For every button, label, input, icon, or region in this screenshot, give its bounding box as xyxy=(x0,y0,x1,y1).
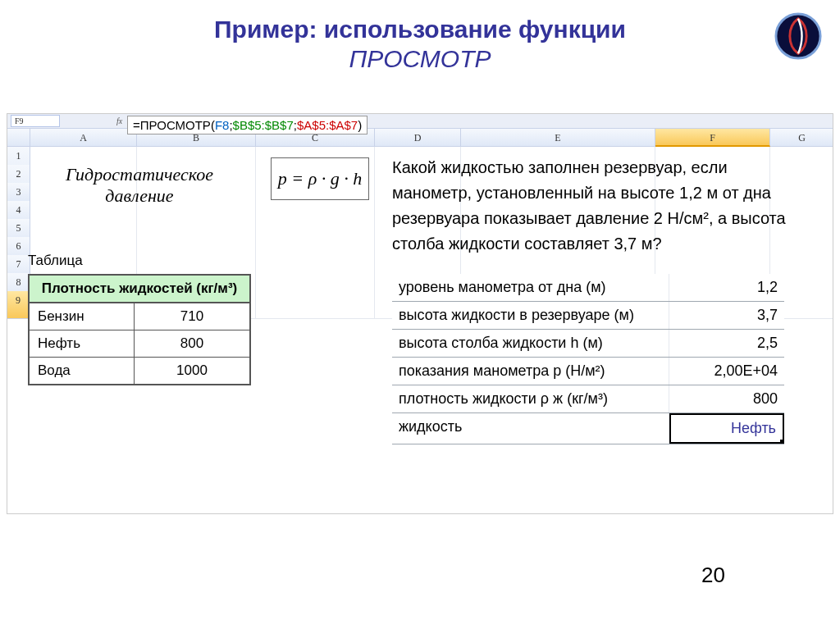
formula-annotation: =ПРОСМОТР(F8;$B$5:$B$7;$A$5:$A$7) xyxy=(127,116,368,134)
liquid-name: Бензин xyxy=(30,303,135,330)
col-header[interactable]: D xyxy=(375,129,461,147)
formula-part: $B$5:$B$7 xyxy=(233,118,294,132)
col-header[interactable]: A xyxy=(30,129,137,147)
param-row: жидкость Нефть xyxy=(392,413,784,444)
slide-title-line2: ПРОСМОТР xyxy=(0,44,840,74)
param-label: плотность жидкости ρ ж (кг/м³) xyxy=(392,385,669,412)
col-header[interactable]: G xyxy=(770,129,833,147)
grid-corner[interactable] xyxy=(7,129,30,147)
logo xyxy=(774,12,822,60)
liquid-density: 710 xyxy=(135,303,249,330)
formula-part: ) xyxy=(358,118,362,132)
liquid-density: 1000 xyxy=(135,358,249,384)
density-table-row: Бензин 710 xyxy=(30,303,249,330)
cell[interactable] xyxy=(256,291,375,319)
param-label: жидкость xyxy=(392,413,669,444)
density-table-header: Плотность жидкостей (кг/м³) xyxy=(30,276,249,303)
row-header[interactable]: 9 xyxy=(7,291,30,319)
param-row: высота столба жидкости h (м) 2,5 xyxy=(392,330,784,358)
formula-part: F8 xyxy=(215,118,230,132)
param-row: показания манометра p (Н/м²) 2,00E+04 xyxy=(392,358,784,385)
param-value[interactable]: 2,5 xyxy=(669,330,784,357)
density-table: Плотность жидкостей (кг/м³) Бензин 710 Н… xyxy=(28,274,251,385)
formula-part: $A$5:$A$7 xyxy=(297,118,358,132)
param-row: уровень манометра от дна (м) 1,2 xyxy=(392,274,784,302)
param-row: высота жидкости в резервуаре (м) 3,7 xyxy=(392,302,784,330)
param-value[interactable]: 1,2 xyxy=(669,274,784,301)
param-label: высота жидкости в резервуаре (м) xyxy=(392,302,669,329)
name-box[interactable]: F9 xyxy=(11,115,60,127)
formula-display: p = ρ · g · h xyxy=(271,157,369,200)
page-number: 20 xyxy=(701,563,725,588)
param-table: уровень манометра от дна (м) 1,2 высота … xyxy=(392,274,784,444)
param-label: уровень манометра от дна (м) xyxy=(392,274,669,301)
liquid-name: Нефть xyxy=(30,330,135,357)
table-label: Таблица xyxy=(28,253,83,269)
param-value[interactable]: 800 xyxy=(669,385,784,412)
formula-part: =ПРОСМОТР( xyxy=(133,118,215,132)
liquid-density: 800 xyxy=(135,330,249,357)
param-label: высота столба жидкости h (м) xyxy=(392,330,669,357)
fx-icon[interactable]: fx xyxy=(116,116,122,127)
selected-cell[interactable]: Нефть xyxy=(669,413,784,444)
problem-text: Какой жидкостью заполнен резервуар, если… xyxy=(392,155,810,257)
slide-title-line1: Пример: использование функции xyxy=(0,15,840,44)
slide-title: Пример: использование функции ПРОСМОТР xyxy=(0,15,840,74)
param-value[interactable]: 2,00E+04 xyxy=(669,358,784,385)
density-table-row: Нефть 800 xyxy=(30,330,249,358)
param-row: плотность жидкости ρ ж (кг/м³) 800 xyxy=(392,385,784,413)
col-header[interactable]: E xyxy=(461,129,655,147)
liquid-name: Вода xyxy=(30,358,135,384)
topic-title: Гидростатическое давление xyxy=(34,164,244,207)
param-label: показания манометра p (Н/м²) xyxy=(392,358,669,385)
col-header[interactable]: F xyxy=(655,129,770,147)
density-table-row: Вода 1000 xyxy=(30,358,249,384)
param-value[interactable]: 3,7 xyxy=(669,302,784,329)
